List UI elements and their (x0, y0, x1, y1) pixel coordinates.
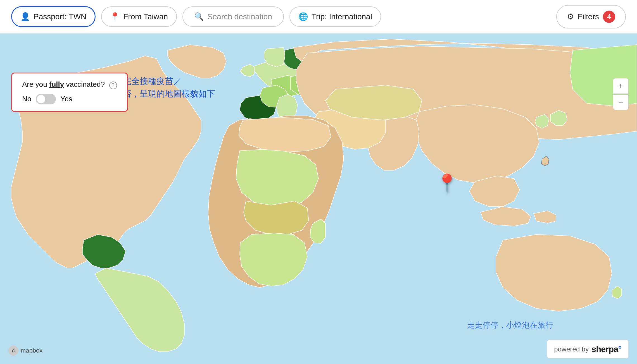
blog-watermark: 走走停停，小燈泡在旅行 (467, 320, 553, 331)
zoom-out-button[interactable]: − (613, 94, 629, 110)
vaccination-question: Are you fully vaccinated? ? (22, 80, 117, 89)
zoom-in-button[interactable]: + (613, 78, 629, 94)
toolbar: 👤 Passport: TWN 📍 From Taiwan 🔍 Search d… (0, 0, 637, 33)
location-pin-icon: 📍 (110, 12, 120, 21)
from-button[interactable]: 📍 From Taiwan (101, 6, 177, 27)
passport-button[interactable]: 👤 Passport: TWN (11, 6, 96, 27)
info-icon[interactable]: ? (109, 82, 117, 89)
trip-label: Trip: International (312, 12, 372, 21)
no-label: No (22, 95, 31, 103)
vaccination-toggle[interactable] (36, 94, 56, 104)
sherpa-brand: sherpa° (591, 344, 622, 354)
powered-by-sherpa: powered by sherpa° (547, 340, 629, 358)
map-container[interactable]: Are you fully vaccinated? ? No Yes 是否完全接… (0, 33, 637, 364)
blog-text: 走走停停，小燈泡在旅行 (467, 321, 553, 329)
powered-by-prefix: powered by (554, 345, 589, 353)
search-destination-button[interactable]: 🔍 Search destination (182, 6, 284, 27)
passport-label: Passport: TWN (34, 12, 86, 21)
question-text-before: Are you (22, 80, 49, 88)
filter-icon: ⚙ (567, 12, 574, 21)
map-pin-taiwan: 📍 (436, 173, 458, 194)
question-text-after: vaccinated? (64, 80, 105, 88)
from-label: From Taiwan (123, 12, 168, 21)
question-underline: fully (49, 80, 64, 88)
toggle-row: No Yes (22, 94, 117, 104)
search-placeholder-text: Search destination (207, 12, 272, 21)
filters-label: Filters (578, 12, 599, 21)
trip-button[interactable]: 🌐 Trip: International (289, 6, 381, 27)
search-icon: 🔍 (194, 12, 204, 21)
filters-badge: 4 (603, 11, 615, 23)
filters-button[interactable]: ⚙ Filters 4 (556, 5, 626, 28)
mapbox-circle-icon: ⊙ (8, 346, 18, 356)
mapbox-logo: ⊙ mapbox (8, 346, 42, 356)
person-icon: 👤 (20, 12, 30, 21)
sherpa-brand-text: sherpa (591, 344, 618, 354)
zoom-controls: + − (613, 78, 629, 110)
globe-icon: 🌐 (298, 12, 308, 21)
sherpa-dot: ° (618, 344, 622, 354)
yes-label: Yes (60, 95, 72, 103)
mapbox-label: mapbox (21, 347, 42, 354)
vaccination-panel: Are you fully vaccinated? ? No Yes (11, 73, 128, 112)
